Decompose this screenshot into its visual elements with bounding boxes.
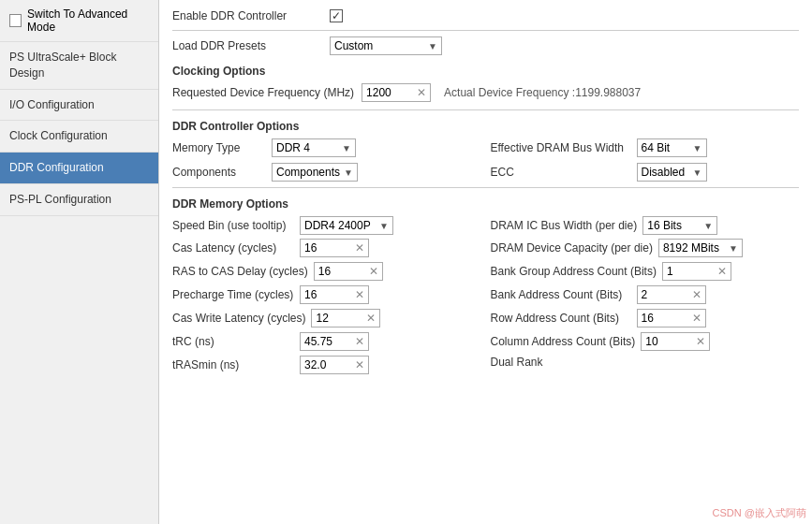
- ras-cas-clear-icon[interactable]: ✕: [369, 266, 378, 277]
- cas-latency-input[interactable]: [304, 241, 351, 255]
- col-addr-input[interactable]: [645, 335, 692, 348]
- divider-1: [172, 30, 799, 31]
- ecc-dropdown[interactable]: Disabled ▼: [637, 163, 707, 182]
- components-dropdown[interactable]: Components ▼: [272, 163, 358, 182]
- bank-group-input[interactable]: [667, 265, 714, 278]
- sidebar-item-ps-ultrascale[interactable]: PS UltraScale+ Block Design: [0, 42, 158, 90]
- dropdown-arrow-icon: ▼: [379, 221, 389, 231]
- dual-rank-label: Dual Rank: [491, 356, 631, 369]
- load-presets-dropdown[interactable]: Custom ▼: [330, 36, 442, 55]
- dram-capacity-value: 8192 MBits: [663, 241, 719, 255]
- ecc-row: ECC Disabled ▼: [491, 163, 800, 182]
- memory-type-label: Memory Type: [172, 141, 266, 154]
- ecc-label: ECC: [491, 166, 631, 179]
- speed-bin-label: Speed Bin (use tooltip): [172, 219, 294, 232]
- tRASmin-input[interactable]: [304, 358, 351, 371]
- sidebar-item-label: PS UltraScale+ Block Design: [9, 51, 116, 80]
- row-addr-input-wrapper: ✕: [637, 309, 706, 328]
- precharge-input-wrapper: ✕: [300, 285, 369, 304]
- eff-dram-row: Effective DRAM Bus Width 64 Bit ▼: [491, 138, 800, 157]
- col-addr-row: Column Address Count (Bits) ✕: [491, 332, 800, 351]
- row-addr-label: Row Address Count (Bits): [491, 312, 631, 325]
- ddr-memory-title: DDR Memory Options: [172, 197, 799, 211]
- dropdown-arrow-icon: ▼: [703, 221, 713, 231]
- sidebar-item-label: I/O Configuration: [9, 98, 95, 111]
- precharge-input[interactable]: [304, 288, 351, 301]
- memory-type-row: Memory Type DDR 4 ▼: [172, 138, 481, 157]
- row-addr-clear-icon[interactable]: ✕: [692, 313, 701, 324]
- tRC-label: tRC (ns): [172, 335, 294, 348]
- row-addr-row: Row Address Count (Bits) ✕: [491, 309, 800, 328]
- memory-type-value: DDR 4: [276, 141, 310, 154]
- req-freq-input[interactable]: [366, 86, 413, 99]
- row-addr-input[interactable]: [642, 312, 688, 325]
- bank-addr-clear-icon[interactable]: ✕: [692, 289, 701, 300]
- eff-dram-value: 64 Bit: [642, 141, 671, 154]
- ras-cas-label: RAS to CAS Delay (cycles): [172, 265, 308, 278]
- ddr-controller-title: DDR Controller Options: [172, 120, 799, 133]
- col-addr-clear-icon[interactable]: ✕: [696, 336, 705, 347]
- sidebar-item-label: DDR Configuration: [9, 161, 104, 174]
- dropdown-arrow-icon: ▼: [428, 41, 437, 51]
- eff-dram-label: Effective DRAM Bus Width: [491, 141, 631, 154]
- memory-params-grid: Cas Latency (cycles) ✕ RAS to CAS Delay …: [172, 239, 799, 374]
- bank-addr-input[interactable]: [642, 288, 688, 301]
- dram-capacity-label: DRAM Device Capacity (per die): [491, 241, 653, 255]
- sidebar-item-label: PS-PL Configuration: [9, 193, 111, 206]
- components-row: Components Components ▼: [172, 163, 481, 182]
- load-presets-row: Load DDR Presets Custom ▼: [172, 36, 799, 55]
- tRC-input-wrapper: ✕: [300, 332, 369, 351]
- bank-group-row: Bank Group Address Count (Bits) ✕: [491, 262, 800, 281]
- sidebar-item-clock-configuration[interactable]: Clock Configuration: [0, 121, 158, 153]
- req-freq-input-wrapper: ✕: [362, 83, 431, 102]
- speed-bin-value: DDR4 2400P: [304, 219, 371, 232]
- sidebar-item-label: Clock Configuration: [9, 129, 108, 142]
- dram-capacity-row: DRAM Device Capacity (per die) 8192 MBit…: [491, 239, 800, 257]
- memory-type-dropdown[interactable]: DDR 4 ▼: [272, 138, 356, 157]
- memory-left-col: Cas Latency (cycles) ✕ RAS to CAS Delay …: [172, 239, 481, 374]
- bank-addr-label: Bank Address Count (Bits): [491, 288, 631, 301]
- switch-advanced-checkbox[interactable]: [9, 14, 22, 27]
- components-value: Components: [276, 166, 340, 179]
- tRC-clear-icon[interactable]: ✕: [355, 336, 364, 347]
- memory-top-row: Speed Bin (use tooltip) DDR4 2400P ▼ DRA…: [172, 216, 799, 235]
- sidebar-item-ps-pl-configuration[interactable]: PS-PL Configuration: [0, 184, 158, 216]
- dram-ic-dropdown[interactable]: 16 Bits ▼: [642, 216, 717, 235]
- sidebar: Switch To Advanced Mode PS UltraScale+ B…: [0, 0, 159, 524]
- dram-ic-value: 16 Bits: [647, 219, 682, 232]
- bank-addr-input-wrapper: ✕: [637, 285, 706, 304]
- components-label: Components: [172, 166, 266, 179]
- precharge-row: Precharge Time (cycles) ✕: [172, 285, 481, 304]
- enable-ddr-row: Enable DDR Controller ✓: [172, 9, 799, 22]
- tRASmin-label: tRASmin (ns): [172, 358, 294, 371]
- speed-bin-dropdown[interactable]: DDR4 2400P ▼: [300, 216, 393, 235]
- precharge-clear-icon[interactable]: ✕: [355, 289, 364, 300]
- dropdown-arrow-icon: ▼: [693, 143, 702, 153]
- enable-ddr-checkbox[interactable]: ✓: [330, 9, 343, 22]
- dram-capacity-dropdown[interactable]: 8192 MBits ▼: [658, 239, 743, 257]
- bank-addr-row: Bank Address Count (Bits) ✕: [491, 285, 800, 304]
- watermark: CSDN @嵌入式阿萌: [713, 506, 806, 520]
- main-content: Enable DDR Controller ✓ Load DDR Presets…: [159, 0, 812, 524]
- cas-latency-row: Cas Latency (cycles) ✕: [172, 239, 481, 257]
- eff-dram-dropdown[interactable]: 64 Bit ▼: [637, 138, 707, 157]
- actual-freq-label: Actual Device Frequency :1199.988037: [444, 86, 641, 99]
- tRC-input[interactable]: [304, 335, 351, 348]
- divider-2: [172, 109, 799, 110]
- sidebar-item-switch-advanced[interactable]: Switch To Advanced Mode: [0, 0, 158, 42]
- dropdown-arrow-icon: ▼: [693, 167, 702, 178]
- bank-group-clear-icon[interactable]: ✕: [717, 266, 727, 277]
- dram-ic-label: DRAM IC Bus Width (per die): [491, 219, 638, 232]
- dram-ic-row: DRAM IC Bus Width (per die) 16 Bits ▼: [491, 216, 800, 235]
- ras-cas-input[interactable]: [318, 265, 365, 278]
- sidebar-item-io-configuration[interactable]: I/O Configuration: [0, 90, 158, 122]
- speed-bin-row: Speed Bin (use tooltip) DDR4 2400P ▼: [172, 216, 481, 235]
- req-freq-clear-icon[interactable]: ✕: [417, 87, 426, 98]
- tRASmin-clear-icon[interactable]: ✕: [355, 359, 364, 371]
- ras-cas-row: RAS to CAS Delay (cycles) ✕: [172, 262, 481, 281]
- sidebar-item-ddr-configuration[interactable]: DDR Configuration: [0, 153, 158, 184]
- col-addr-label: Column Address Count (Bits): [491, 335, 636, 348]
- cas-write-clear-icon[interactable]: ✕: [366, 313, 376, 324]
- cas-write-input[interactable]: [316, 312, 362, 325]
- cas-latency-clear-icon[interactable]: ✕: [355, 242, 364, 254]
